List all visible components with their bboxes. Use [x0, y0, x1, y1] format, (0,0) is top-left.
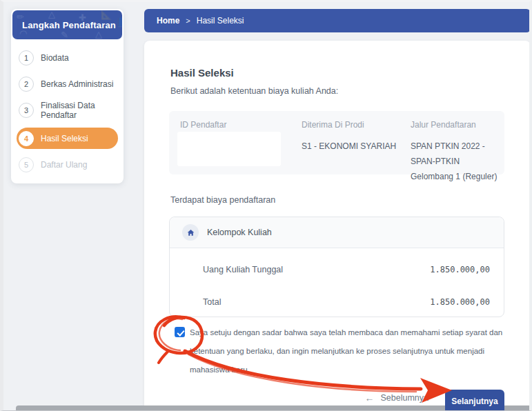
- back-arrow-icon: ←: [365, 392, 375, 403]
- registration-page: ✏△ ✚📐 📘◠ ✎△ Langkah Pendaftaran 1 Biodat…: [0, 0, 532, 411]
- prodi-label: Diterima Di Prodi: [302, 120, 396, 130]
- steps-panel-title: Langkah Pendaftaran: [22, 20, 116, 30]
- fee-table-card: Kelompok Kuliah Uang Kuliah Tunggal 1.85…: [169, 217, 504, 317]
- fee-row-ukt: Uang Kuliah Tunggal 1.850.000,00: [170, 258, 504, 281]
- prodi-value: S1 - EKONOMI SYARIAH: [302, 139, 396, 154]
- fee-group-label: Kelompok Kuliah: [207, 228, 272, 237]
- sidebar-item-berkas-administrasi[interactable]: 2 Berkas Administrasi: [17, 75, 118, 92]
- fee-note: Terdapat biaya pendaftaran: [170, 195, 275, 205]
- home-icon: [182, 224, 199, 241]
- sidebar-item-biodata[interactable]: 1 Biodata: [17, 49, 118, 66]
- registration-steps-panel: ✏△ ✚📐 📘◠ ✎△ Langkah Pendaftaran 1 Biodat…: [11, 9, 124, 183]
- steps-list: 1 Biodata 2 Berkas Administrasi 3 Finali…: [11, 49, 124, 182]
- steps-panel-header: ✏△ ✚📐 📘◠ ✎△ Langkah Pendaftaran: [12, 10, 122, 39]
- step-number-badge: 2: [19, 77, 34, 92]
- fee-total-amount: 1.850.000,00: [430, 297, 490, 307]
- sidebar-item-daftar-ulang-disabled: 5 Daftar Ulang: [17, 156, 118, 173]
- agreement-section: Saya setuju dengan sadar bahwa saya tela…: [175, 323, 520, 379]
- agreement-checkbox[interactable]: [175, 327, 185, 337]
- breadcrumb-home-link[interactable]: Home: [157, 16, 179, 26]
- breadcrumb: Home > Hasil Seleksi: [144, 9, 531, 32]
- step-number-badge: 1: [19, 50, 34, 66]
- applicant-info-panel: ID Pendaftar Diterima Di Prodi S1 - EKON…: [169, 111, 504, 174]
- step-number-badge: 5: [19, 157, 34, 172]
- step-number-badge: 4: [19, 131, 34, 146]
- next-step-button[interactable]: Selanjutnya: [445, 390, 504, 411]
- page-subtitle: Berikut adalah ketentuan biaya kuliah An…: [170, 86, 338, 96]
- id-pendaftar-label: ID Pendaftar: [180, 120, 226, 130]
- page-title: Hasil Seleksi: [170, 67, 234, 79]
- fee-table-header: Kelompok Kuliah: [170, 217, 504, 248]
- fee-amount: 1.850.000,00: [430, 265, 490, 274]
- selection-result-card: Hasil Seleksi Berikut adalah ketentuan b…: [144, 41, 531, 411]
- breadcrumb-current: Hasil Seleksi: [197, 16, 244, 26]
- step-number-badge: 3: [19, 103, 34, 118]
- sidebar-item-finalisasi-data[interactable]: 3 Finalisasi Data Pendaftar: [17, 101, 118, 119]
- fee-row-total: Total 1.850.000,00: [170, 290, 504, 313]
- agreement-text: Saya setuju dengan sadar bahwa saya tela…: [190, 323, 511, 379]
- sidebar-item-hasil-seleksi-active[interactable]: 4 Hasil Seleksi: [17, 128, 118, 149]
- breadcrumb-separator: >: [186, 17, 190, 25]
- jalur-value: SPAN PTKIN 2022 - SPAN-PTKIN Gelombang 1…: [411, 139, 504, 184]
- id-value-redaction: [177, 132, 281, 166]
- jalur-label: Jalur Pendaftaran: [411, 120, 504, 130]
